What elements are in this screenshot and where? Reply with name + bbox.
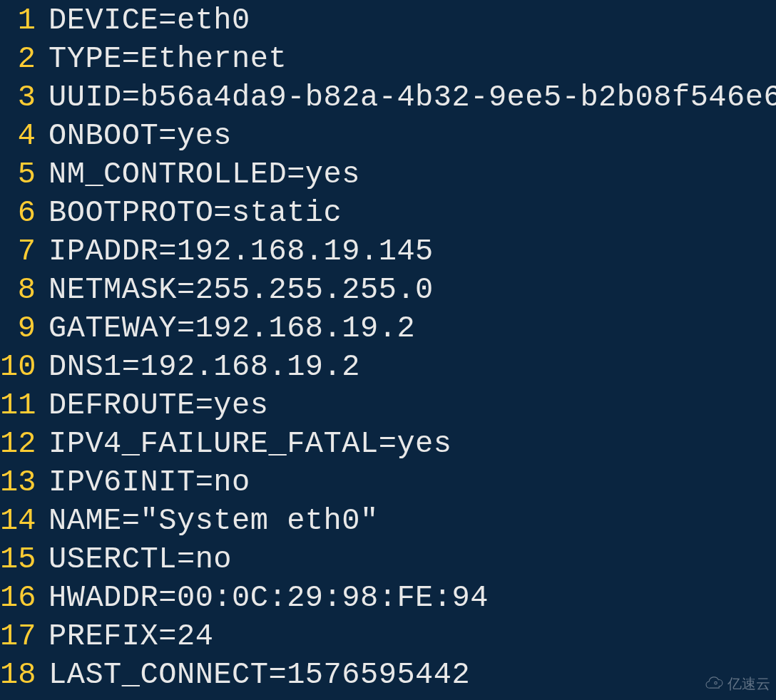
svg-point-0 xyxy=(715,681,718,684)
code-line: 12 IPV4_FAILURE_FATAL=yes xyxy=(0,425,776,463)
line-number: 11 xyxy=(0,386,48,425)
line-content: UUID=b56a4da9-b82a-4b32-9ee5-b2b08f546e6… xyxy=(48,78,776,117)
code-line: 4 ONBOOT=yes xyxy=(0,117,776,155)
code-editor[interactable]: 1 DEVICE=eth0 2 TYPE=Ethernet 3 UUID=b56… xyxy=(0,0,776,694)
line-number: 10 xyxy=(0,348,48,386)
line-number: 1 xyxy=(0,1,48,40)
line-number: 16 xyxy=(0,579,48,617)
line-number: 12 xyxy=(0,425,48,463)
line-number: 15 xyxy=(0,540,48,579)
code-line: 14 NAME="System eth0" xyxy=(0,502,776,540)
code-line: 11 DEFROUTE=yes xyxy=(0,386,776,425)
line-content: DEVICE=eth0 xyxy=(48,1,250,40)
line-number: 14 xyxy=(0,502,48,540)
code-line: 13 IPV6INIT=no xyxy=(0,463,776,502)
line-number: 2 xyxy=(0,40,48,78)
line-content: USERCTL=no xyxy=(48,540,232,579)
line-content: IPV4_FAILURE_FATAL=yes xyxy=(48,425,452,463)
line-content: PREFIX=24 xyxy=(48,617,213,656)
line-number: 3 xyxy=(0,78,48,117)
line-content: ONBOOT=yes xyxy=(48,117,232,155)
code-line: 16 HWADDR=00:0C:29:98:FE:94 xyxy=(0,579,776,617)
line-number: 4 xyxy=(0,117,48,155)
line-content: IPADDR=192.168.19.145 xyxy=(48,232,434,271)
line-content: BOOTPROTO=static xyxy=(48,194,342,232)
line-content: HWADDR=00:0C:29:98:FE:94 xyxy=(48,579,489,617)
line-content: NETMASK=255.255.255.0 xyxy=(48,271,434,309)
line-number: 13 xyxy=(0,463,48,502)
code-line: 10 DNS1=192.168.19.2 xyxy=(0,348,776,386)
line-content: LAST_CONNECT=1576595442 xyxy=(48,656,470,694)
line-content: GATEWAY=192.168.19.2 xyxy=(48,309,415,348)
watermark-text: 亿速云 xyxy=(728,674,770,694)
line-content: DEFROUTE=yes xyxy=(48,386,268,425)
code-line: 9 GATEWAY=192.168.19.2 xyxy=(0,309,776,348)
line-content: NAME="System eth0" xyxy=(48,502,379,540)
watermark: 亿速云 xyxy=(703,672,770,696)
line-content: DNS1=192.168.19.2 xyxy=(48,348,360,386)
code-line: 2 TYPE=Ethernet xyxy=(0,40,776,78)
line-number: 17 xyxy=(0,617,48,656)
cloud-icon xyxy=(703,672,723,696)
code-line: 6 BOOTPROTO=static xyxy=(0,194,776,232)
line-content: TYPE=Ethernet xyxy=(48,40,287,78)
line-number: 5 xyxy=(0,155,48,194)
code-line: 17 PREFIX=24 xyxy=(0,617,776,656)
code-line: 5 NM_CONTROLLED=yes xyxy=(0,155,776,194)
line-number: 18 xyxy=(0,656,48,694)
line-content: NM_CONTROLLED=yes xyxy=(48,155,360,194)
line-number: 8 xyxy=(0,271,48,309)
line-number: 6 xyxy=(0,194,48,232)
code-line: 8 NETMASK=255.255.255.0 xyxy=(0,271,776,309)
code-line: 7 IPADDR=192.168.19.145 xyxy=(0,232,776,271)
code-line: 1 DEVICE=eth0 xyxy=(0,1,776,40)
line-number: 9 xyxy=(0,309,48,348)
code-line: 15 USERCTL=no xyxy=(0,540,776,579)
code-line: 3 UUID=b56a4da9-b82a-4b32-9ee5-b2b08f546… xyxy=(0,78,776,117)
line-number: 7 xyxy=(0,232,48,271)
code-line: 18 LAST_CONNECT=1576595442 xyxy=(0,656,776,694)
line-content: IPV6INIT=no xyxy=(48,463,250,502)
